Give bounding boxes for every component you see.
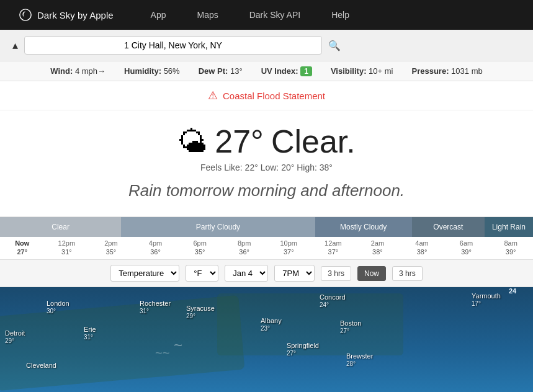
search-input[interactable]: [24, 36, 322, 55]
current-weather-section: 🌤 27° Clear. Feels Like: 22° Low: 20° Hi…: [0, 110, 533, 207]
nav-link-api[interactable]: Dark Sky API: [249, 10, 300, 20]
nav-link-maps[interactable]: Maps: [197, 10, 218, 20]
layer-select[interactable]: Temperature Precipitation Wind: [110, 265, 179, 282]
visibility-label: Visibility:: [331, 66, 367, 76]
map-city-yarmouth: Yarmouth17°: [472, 292, 501, 307]
current-main: 🌤 27° Clear.: [12, 123, 521, 160]
nav-logo: Dark Sky by Apple: [19, 8, 114, 22]
map-city-syracuse: Syracuse29°: [186, 305, 215, 319]
time-12pm: 12pm: [45, 239, 89, 247]
current-temp: 27°: [215, 123, 264, 160]
pressure-stat: Pressure: 1031 mb: [411, 66, 482, 76]
wind-indicator: ~: [174, 337, 182, 354]
map-controls-bar: Temperature Precipitation Wind °F °C Jan…: [0, 259, 533, 287]
temp-8pm: 36°: [222, 248, 267, 259]
pressure-label: Pressure:: [411, 66, 449, 76]
map-city-detroit: Detroit29°: [5, 329, 25, 344]
uv-label: UV Index:: [261, 66, 298, 76]
time-4am: 4am: [400, 239, 444, 247]
time-2am: 2am: [356, 239, 400, 247]
condition-mostly-cloudy: Mostly Cloudy: [315, 217, 412, 237]
high-text: High: 38°: [297, 163, 333, 172]
visibility-value: 10+ mi: [369, 66, 393, 76]
temp-row: 27° 31° 35° 36° 35° 36° 37° 37° 38° 38° …: [0, 248, 533, 259]
map-city-london: London30°: [47, 300, 69, 314]
dewpt-value: 13°: [230, 66, 243, 76]
navbar: Dark Sky by Apple App Maps Dark Sky API …: [0, 0, 533, 30]
map-city-concord: Concord24°: [320, 293, 346, 308]
wind-stat: Wind: 4 mph→: [50, 66, 105, 76]
weather-stats-bar: Wind: 4 mph→ Humidity: 56% Dew Pt: 13° U…: [0, 61, 533, 81]
temp-4pm: 36°: [133, 248, 178, 259]
time-10pm: 10pm: [266, 239, 311, 247]
dewpt-label: Dew Pt:: [199, 66, 228, 76]
unit-select[interactable]: °F °C: [186, 265, 218, 282]
time-6am: 6am: [444, 239, 489, 247]
interval-before-button[interactable]: 3 hrs: [321, 266, 351, 281]
temp-2am: 38°: [356, 248, 400, 259]
map-city-springfield: Springfield27°: [287, 342, 319, 357]
time-select[interactable]: 7PM: [274, 265, 315, 282]
humidity-label: Humidity:: [124, 66, 161, 76]
time-2pm: 2pm: [89, 239, 133, 247]
map-city-erie: Erie31°: [84, 326, 96, 341]
weather-map: ~ ~~ London30° Rochester31° Syracuse29° …: [0, 287, 533, 392]
nav-link-help[interactable]: Help: [331, 10, 349, 20]
map-city-rochester: Rochester31°: [140, 300, 171, 314]
dewpt-stat: Dew Pt: 13°: [199, 66, 243, 76]
darksky-logo-icon: [19, 8, 32, 22]
condition-light-rain: Light Rain: [485, 217, 533, 237]
humidity-stat: Humidity: 56%: [124, 66, 180, 76]
condition-bar: Clear Partly Cloudy Mostly Cloudy Overca…: [0, 217, 533, 237]
map-city-brewster: Brewster28°: [346, 352, 373, 367]
weather-summary: Rain tomorrow morning and afternoon.: [12, 181, 521, 200]
map-corner-temp: 24: [509, 287, 516, 295]
date-select[interactable]: Jan 4: [225, 265, 268, 282]
temp-12pm: 31°: [45, 248, 89, 259]
sun-icon: 🌤: [177, 125, 207, 159]
temp-2pm: 35°: [89, 248, 133, 259]
uv-stat: UV Index: 1: [261, 66, 312, 76]
time-8pm: 8pm: [222, 239, 267, 247]
visibility-stat: Visibility: 10+ mi: [331, 66, 393, 76]
time-6pm: 6pm: [177, 239, 222, 247]
temp-6pm: 35°: [177, 248, 222, 259]
alert-bar[interactable]: ⚠ Coastal Flood Statement: [0, 81, 533, 110]
alert-icon: ⚠: [208, 89, 218, 102]
feels-like-row: Feels Like: 22° Low: 20° High: 38°: [12, 163, 521, 172]
temp-10pm: 37°: [266, 248, 311, 259]
temp-now: 27°: [0, 248, 45, 259]
current-condition: Clear.: [271, 123, 356, 160]
temp-12am: 37°: [311, 248, 356, 259]
map-city-cleveland: Cleveland: [26, 362, 56, 369]
nav-logo-text: Dark Sky by Apple: [37, 10, 114, 20]
time-12am: 12am: [311, 239, 356, 247]
wind-label: Wind:: [50, 66, 73, 76]
wind-indicator-2: ~~: [155, 346, 169, 360]
now-button[interactable]: Now: [357, 266, 386, 281]
search-bar: ▴ 🔍: [0, 30, 533, 61]
time-row: Now 12pm 2pm 4pm 6pm 8pm 10pm 12am 2am 4…: [0, 237, 533, 248]
search-button[interactable]: 🔍: [328, 40, 341, 51]
nav-link-app[interactable]: App: [151, 10, 166, 20]
nav-links: App Maps Dark Sky API Help: [151, 10, 349, 20]
time-now: Now: [0, 239, 45, 247]
temp-6am: 39°: [444, 248, 489, 259]
time-4pm: 4pm: [133, 239, 178, 247]
pressure-value: 1031 mb: [451, 66, 483, 76]
condition-clear: Clear: [0, 217, 121, 237]
feels-like-text: Feels Like: 22°: [200, 163, 258, 172]
svg-point-0: [20, 9, 31, 20]
time-8am: 8am: [488, 239, 533, 247]
interval-after-button[interactable]: 3 hrs: [392, 266, 423, 281]
condition-overcast: Overcast: [412, 217, 485, 237]
map-city-boston: Boston27°: [340, 319, 361, 334]
low-text: Low: 20°: [261, 163, 295, 172]
condition-partly-cloudy: Partly Cloudy: [121, 217, 315, 237]
alert-text: Coastal Flood Statement: [223, 91, 325, 101]
temp-4am: 38°: [400, 248, 444, 259]
temp-8am: 39°: [488, 248, 533, 259]
uv-badge: 1: [300, 66, 312, 76]
location-button[interactable]: ▴: [12, 38, 18, 52]
humidity-value: 56%: [164, 66, 180, 76]
